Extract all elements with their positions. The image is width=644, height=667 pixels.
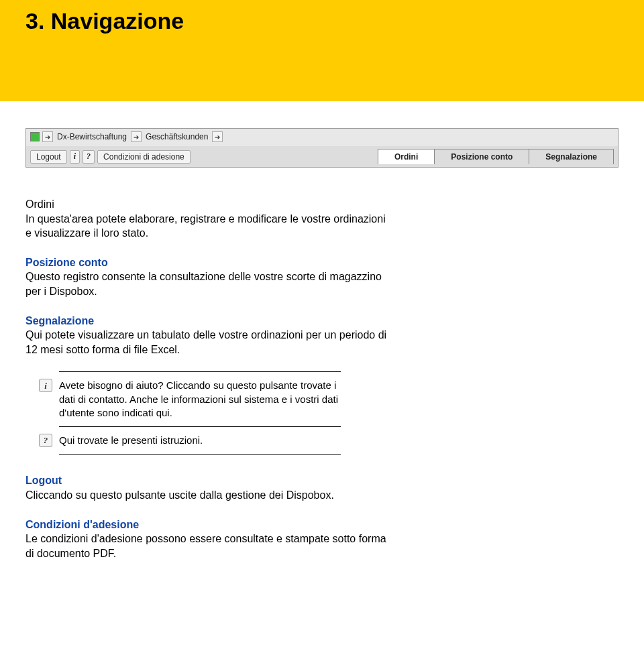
- heading-posizione: Posizione conto: [25, 255, 388, 270]
- divider: [59, 371, 341, 372]
- note-info-text: Avete bisogno di aiuto? Cliccando su que…: [59, 379, 341, 420]
- tab-posizione-conto[interactable]: Posizione conto: [434, 149, 529, 164]
- tabs: Ordini Posizione conto Segnalazione: [378, 149, 614, 164]
- breadcrumb-item[interactable]: Dx-Bewirtschaftung: [56, 132, 128, 141]
- heading-segnalazione: Segnalazione: [25, 314, 388, 328]
- tab-ordini[interactable]: Ordini: [378, 149, 435, 164]
- body-logout: Cliccando su questo pulsante uscite dall…: [25, 488, 388, 503]
- header-band: 3. Navigazione: [0, 0, 644, 101]
- section-logout: Logout Cliccando su questo pulsante usci…: [25, 473, 388, 502]
- section-segnalazione: Segnalazione Qui potete visualizzare un …: [25, 314, 388, 357]
- nav-screenshot: ➔ Dx-Bewirtschaftung ➔ Geschäftskunden ➔…: [25, 128, 619, 168]
- conditions-button[interactable]: Condizioni di adesione: [97, 150, 191, 164]
- body-condizioni: Le condizioni d'adesione possono essere …: [25, 532, 388, 560]
- arrow-right-icon[interactable]: ➔: [42, 131, 53, 142]
- note-row-help: ? Qui trovate le presenti istruzioni.: [59, 430, 341, 451]
- heading-condizioni: Condizioni d'adesione: [25, 518, 388, 532]
- divider: [59, 454, 341, 454]
- section-ordini: Ordini In questa'area potete elaborare, …: [25, 197, 388, 241]
- note-help-text: Qui trovate le presenti istruzioni.: [59, 434, 203, 447]
- note-row-info: i Avete bisogno di aiuto? Cliccando su q…: [59, 375, 341, 424]
- arrow-right-icon[interactable]: ➔: [212, 131, 223, 142]
- heading-logout: Logout: [25, 473, 388, 488]
- body-ordini: In questa'area potete elaborare, registr…: [25, 212, 388, 241]
- arrow-right-icon[interactable]: ➔: [131, 131, 142, 142]
- heading-ordini: Ordini: [25, 197, 388, 212]
- toolbar-row: Logout i ? Condizioni di adesione Ordini…: [26, 145, 618, 167]
- note-block: i Avete bisogno di aiuto? Cliccando su q…: [59, 371, 341, 454]
- status-square-icon: [30, 132, 40, 141]
- divider: [59, 426, 341, 427]
- page-title: 3. Navigazione: [25, 8, 619, 34]
- body-segnalazione: Qui potete visualizzare un tabulato dell…: [25, 328, 388, 357]
- info-icon: i: [39, 379, 52, 392]
- content-area: ➔ Dx-Bewirtschaftung ➔ Geschäftskunden ➔…: [0, 101, 644, 589]
- question-icon: ?: [39, 434, 52, 447]
- breadcrumb-item[interactable]: Geschäftskunden: [144, 132, 209, 141]
- tab-segnalazione[interactable]: Segnalazione: [529, 149, 614, 164]
- breadcrumb-row: ➔ Dx-Bewirtschaftung ➔ Geschäftskunden ➔: [26, 129, 618, 145]
- section-condizioni: Condizioni d'adesione Le condizioni d'ad…: [25, 518, 388, 561]
- body-posizione: Questo registro consente la consultazion…: [25, 269, 388, 298]
- help-button[interactable]: ?: [83, 150, 95, 164]
- info-button[interactable]: i: [70, 150, 80, 164]
- logout-button[interactable]: Logout: [30, 150, 67, 164]
- section-posizione: Posizione conto Questo registro consente…: [25, 255, 388, 299]
